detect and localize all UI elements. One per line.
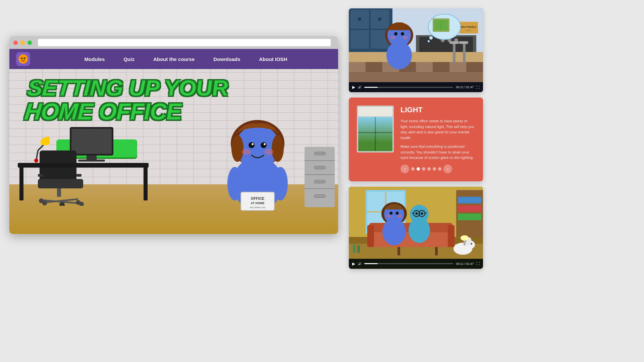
- window-frame-vertical: [375, 117, 376, 153]
- course-title: SETTING UP YOUR HOME OFFICE: [23, 76, 257, 124]
- minimize-button[interactable]: [20, 41, 25, 45]
- slide-paragraph-2: Make sure that everything is positioned …: [400, 144, 475, 161]
- svg-rect-46: [416, 62, 433, 72]
- play-button-2[interactable]: ▶: [352, 261, 355, 266]
- logo-face-icon: [18, 54, 28, 64]
- svg-text:WAX PEARLS: WAX PEARLS: [461, 26, 477, 28]
- nav-about-iosh[interactable]: About IOSH: [250, 54, 297, 65]
- slide-dot-3[interactable]: [422, 167, 425, 171]
- time-progress-1: [364, 87, 378, 88]
- svg-point-106: [396, 212, 399, 215]
- svg-point-0: [19, 55, 28, 63]
- svg-point-32: [241, 149, 251, 155]
- living-room-svg: [349, 187, 483, 259]
- svg-point-26: [231, 135, 244, 162]
- office-chair: [38, 150, 87, 207]
- nav-downloads[interactable]: Downloads: [204, 54, 250, 65]
- svg-rect-48: [449, 62, 466, 72]
- svg-rect-13: [76, 174, 82, 177]
- svg-text:IOSH: IOSH: [466, 29, 471, 32]
- slide-dot-1[interactable]: [411, 167, 415, 171]
- svg-text:OFFICE: OFFICE: [251, 196, 264, 200]
- svg-rect-123: [357, 245, 360, 253]
- svg-rect-96: [435, 247, 438, 255]
- desk-leg-right: [144, 167, 148, 200]
- volume-icon-1[interactable]: 🔊: [358, 85, 362, 89]
- svg-point-70: [394, 32, 397, 36]
- svg-rect-100: [367, 225, 374, 247]
- browser-window: Modules Quiz About the course Downloads …: [9, 36, 338, 234]
- nav-quiz[interactable]: Quiz: [114, 54, 144, 65]
- svg-rect-9: [87, 156, 97, 160]
- fullscreen-icon-1[interactable]: ⛶: [476, 85, 480, 89]
- svg-rect-14: [38, 179, 83, 188]
- slide-prev-button[interactable]: ‹: [400, 165, 409, 173]
- svg-point-29: [261, 142, 267, 148]
- browser-titlebar: [9, 36, 338, 49]
- svg-point-56: [378, 17, 381, 21]
- svg-rect-47: [433, 62, 449, 72]
- kitchen-video-scene: WAX PEARLS IOSH ▶ 🔊 00:11 / 01:47: [349, 8, 483, 92]
- time-progress-2: [364, 263, 378, 264]
- svg-point-82: [428, 40, 430, 42]
- svg-rect-92: [458, 205, 481, 212]
- svg-rect-53: [351, 30, 369, 49]
- svg-rect-15: [57, 188, 61, 197]
- svg-point-81: [429, 36, 433, 40]
- svg-rect-95: [397, 247, 400, 255]
- slide-text-content: LIGHT Your home office needs to have ple…: [400, 106, 475, 173]
- slide-dot-6[interactable]: [438, 167, 441, 171]
- desk-leg-left: [19, 167, 23, 200]
- svg-rect-93: [458, 214, 481, 220]
- svg-point-116: [416, 212, 418, 215]
- address-bar[interactable]: [38, 39, 331, 46]
- svg-rect-101: [448, 225, 454, 247]
- svg-point-105: [390, 212, 393, 215]
- window-blind: [358, 107, 392, 117]
- svg-point-108: [397, 215, 402, 218]
- nav-logo[interactable]: [16, 52, 30, 66]
- maximize-button[interactable]: [28, 41, 32, 45]
- window-image: [357, 106, 394, 153]
- svg-point-2: [24, 58, 25, 59]
- svg-point-30: [252, 143, 254, 145]
- slide-dot-5[interactable]: [433, 167, 436, 171]
- svg-point-107: [386, 215, 391, 218]
- slide-paragraph-1: Your home office needs to have plenty of…: [400, 118, 475, 140]
- slide-dot-2[interactable]: [417, 167, 420, 171]
- svg-point-117: [421, 212, 423, 215]
- video-controls-2[interactable]: ▶ 🔊 00:11 / 01:47 ⛶: [349, 259, 483, 269]
- nav-menu: Modules Quiz About the course Downloads …: [40, 54, 331, 65]
- video-time-1: 00:11 / 01:47: [456, 85, 474, 89]
- nav-modules[interactable]: Modules: [75, 54, 114, 65]
- svg-point-1: [21, 58, 23, 59]
- fullscreen-icon-2[interactable]: ⛶: [476, 262, 480, 265]
- svg-rect-49: [466, 62, 483, 72]
- svg-rect-91: [458, 197, 481, 203]
- slide-next-button[interactable]: ›: [443, 165, 452, 173]
- svg-point-31: [264, 143, 266, 145]
- svg-rect-8: [71, 129, 112, 154]
- svg-rect-64: [449, 41, 459, 44]
- living-room-scene: ▶ 🔊 00:11 / 01:47 ⛶: [349, 187, 483, 269]
- nav-about-course[interactable]: About the course: [144, 54, 204, 65]
- slide-dot-4[interactable]: [427, 167, 431, 171]
- svg-rect-65: [463, 42, 466, 63]
- play-button-1[interactable]: ▶: [352, 85, 355, 89]
- svg-point-20: [39, 198, 44, 203]
- svg-rect-122: [353, 244, 356, 253]
- svg-text:AT HOME: AT HOME: [251, 201, 265, 205]
- slide-content-area: LIGHT Your home office needs to have ple…: [349, 98, 483, 181]
- svg-point-55: [358, 17, 361, 21]
- svg-text:BECOMING THE: BECOMING THE: [250, 206, 265, 208]
- video-time-2: 00:11 / 01:47: [456, 262, 474, 265]
- svg-rect-12: [38, 174, 43, 177]
- video-controls-1[interactable]: ▶ 🔊 00:11 / 01:47 ⛶: [349, 82, 483, 92]
- time-bar-1: [364, 87, 453, 88]
- close-button[interactable]: [13, 41, 18, 45]
- course-app: Modules Quiz About the course Downloads …: [9, 49, 338, 234]
- svg-point-73: [402, 36, 408, 39]
- svg-point-5: [39, 135, 50, 147]
- svg-point-72: [390, 36, 396, 39]
- volume-icon-2[interactable]: 🔊: [358, 262, 362, 265]
